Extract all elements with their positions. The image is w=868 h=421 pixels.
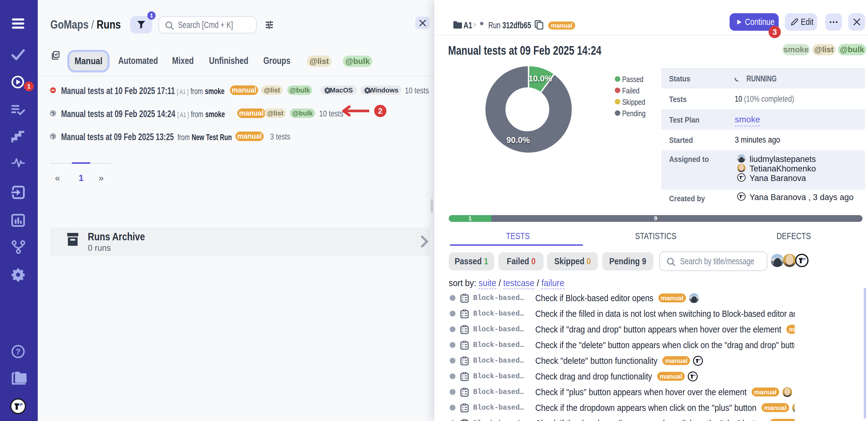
svg-text:z: z — [462, 299, 464, 302]
svg-text:z: z — [462, 361, 464, 364]
svg-text:z: z — [462, 392, 464, 396]
svg-text:?: ? — [16, 347, 20, 356]
svg-text:z: z — [462, 330, 464, 333]
svg-text:z: z — [462, 314, 464, 317]
svg-text:z: z — [462, 345, 464, 349]
svg-text:z: z — [462, 408, 464, 412]
svg-text:z: z — [462, 377, 464, 380]
